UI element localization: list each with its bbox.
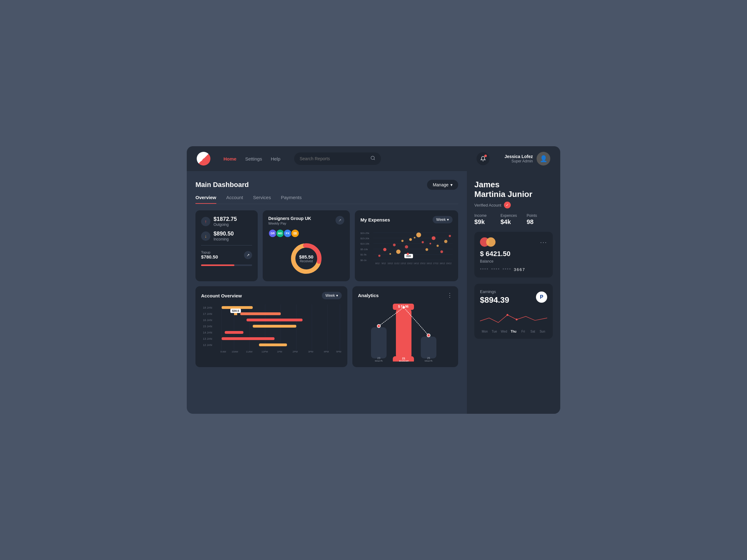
card-widget: ··· $ 6421.50 Balance **** **** **** 366… [474, 232, 553, 277]
svg-text:5PM: 5PM [336, 350, 341, 353]
svg-text:11/12: 11/12 [394, 262, 400, 264]
expenses-card: My Expenses Week ▾ $20-25k $15-20k $10-1… [355, 210, 458, 281]
nav-settings[interactable]: Settings [245, 156, 262, 161]
outgoing-icon: ↑ [201, 217, 210, 226]
account-overview-title: Account Overview [201, 293, 242, 298]
card-num-2: **** [491, 267, 500, 272]
profile-stats: Income $9k Expences $4k Points 98 [474, 213, 553, 225]
svg-rect-74 [222, 337, 275, 340]
chevron-down-icon: ▾ [450, 182, 453, 187]
svg-point-17 [378, 255, 380, 257]
dashboard-header: Main Dashboard Manage ▾ [196, 180, 458, 190]
analytics-card: Analytics ⋮ $ 53,96 [352, 286, 458, 367]
account-overview-week-button[interactable]: Week ▾ [322, 292, 342, 299]
day-sun: Sun [538, 330, 547, 333]
svg-text:16/12: 16/12 [427, 262, 432, 264]
verified-check-icon: ✓ [504, 202, 511, 209]
svg-text:9 AM: 9 AM [221, 350, 226, 353]
balance-card: ↑ $1872.75 Outgoing ↓ $890.50 Incoming [196, 210, 258, 281]
search-bar[interactable] [294, 153, 381, 165]
svg-point-30 [432, 236, 435, 240]
svg-point-22 [401, 240, 403, 242]
nav-home[interactable]: Home [224, 156, 236, 161]
incoming-amount: $890.50 [213, 231, 234, 237]
incoming-icon: ↓ [201, 232, 210, 241]
svg-text:15/12: 15/12 [420, 262, 426, 264]
points-label: Points [526, 213, 553, 218]
svg-text:18 JAN: 18 JAN [203, 306, 212, 309]
bottom-cards-row: Account Overview Week ▾ [196, 286, 458, 367]
search-input[interactable] [300, 156, 367, 161]
svg-text:18/12: 18/12 [439, 262, 445, 264]
svg-point-26 [416, 232, 421, 237]
svg-rect-68 [247, 319, 303, 321]
donut-chart: $85.50 Received [268, 241, 344, 276]
svg-rect-72 [225, 331, 243, 334]
svg-line-1 [374, 159, 375, 160]
top-nav: Home Settings Help Jessica Lofez Super A… [187, 146, 560, 171]
topup-amount: $780.50 [201, 254, 218, 260]
svg-text:23: 23 [377, 356, 380, 359]
tab-account[interactable]: Account [226, 195, 243, 204]
dashboard-tabs: Overview Account Services Payments [196, 195, 458, 204]
progress-bar [201, 264, 252, 266]
logo [197, 152, 210, 165]
tab-overview[interactable]: Overview [196, 195, 216, 204]
card-options-button[interactable]: ··· [540, 239, 547, 246]
svg-point-18 [383, 248, 386, 251]
incoming-row: ↓ $890.50 Incoming [201, 231, 252, 241]
svg-text:$0-1k: $0-1k [360, 259, 367, 262]
svg-point-28 [426, 248, 428, 251]
paypal-icon: P [536, 292, 547, 303]
avatar: 👤 [537, 152, 550, 165]
account-overview-chart: 18 JAN 17 JAN $30.5 16 JAN [201, 304, 342, 357]
svg-point-92 [402, 306, 405, 309]
right-panel: JamesMartinia Junior Verified Acount ✓ I… [467, 171, 560, 414]
stat-income: Income $9k [474, 213, 500, 225]
designers-card: Designers Group UK Weekly Pay ↗ DR MD PX… [263, 210, 350, 281]
topup-button[interactable]: ↗ [244, 251, 252, 259]
expenses-week-button[interactable]: Week ▾ [433, 216, 453, 223]
svg-point-0 [371, 156, 375, 160]
svg-point-23 [405, 245, 408, 248]
svg-text:12/12: 12/12 [401, 262, 406, 264]
svg-text:25: 25 [427, 356, 430, 359]
donut-amount: $85.50 [299, 254, 313, 260]
incoming-label: Incoming [213, 237, 234, 241]
svg-rect-86 [371, 327, 387, 358]
earnings-chart: Mon Tue Wed Thu Fri Sat Sun [480, 309, 547, 333]
svg-text:13/12: 13/12 [407, 262, 413, 264]
verified-row: Verified Acount ✓ [474, 202, 553, 209]
tab-services[interactable]: Services [253, 195, 271, 204]
designers-share-button[interactable]: ↗ [336, 216, 344, 224]
earnings-amount: $894.39 [480, 295, 509, 305]
analytics-title: Analytics [358, 293, 379, 298]
svg-text:3PM: 3PM [308, 350, 313, 353]
chevron-down-icon: ▾ [336, 293, 338, 298]
svg-text:15 JAN: 15 JAN [203, 325, 212, 328]
svg-text:$5-10k: $5-10k [360, 248, 368, 251]
svg-point-91 [377, 324, 380, 328]
card-num-4: 3667 [514, 267, 525, 272]
topup-label: Topup [201, 250, 218, 254]
user-role: Super Admin [505, 159, 533, 163]
day-tue: Tue [490, 330, 499, 333]
outgoing-row: ↑ $1872.75 Outgoing [201, 216, 252, 227]
tab-payments[interactable]: Payments [281, 195, 302, 204]
svg-point-32 [440, 250, 443, 253]
nav-help[interactable]: Help [271, 156, 280, 161]
stat-expenses: Expences $4k [500, 213, 526, 225]
expenses-title: My Expenses [360, 217, 390, 222]
notification-button[interactable] [476, 152, 490, 165]
analytics-menu-button[interactable]: ⋮ [447, 292, 453, 299]
donut-label: Received [299, 260, 313, 263]
card-balance-label: Balance [480, 259, 547, 264]
svg-text:March: March [424, 359, 432, 362]
svg-text:12 JAN: 12 JAN [203, 344, 212, 347]
manage-button[interactable]: Manage ▾ [427, 180, 458, 190]
svg-point-93 [427, 334, 430, 337]
verified-text: Verified Acount [474, 203, 501, 208]
expenses-chart: $20-25k $15-20k $10-15k $5-10k $1-5k $0-… [360, 226, 453, 269]
income-value: $9k [474, 218, 500, 225]
svg-rect-66 [240, 312, 281, 315]
